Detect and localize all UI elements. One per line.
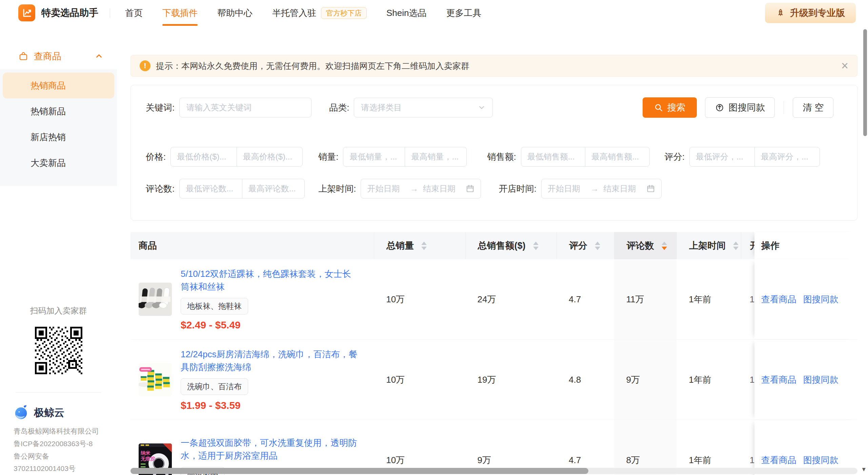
category-select[interactable]: 请选择类目	[354, 98, 493, 117]
image-search-icon	[715, 103, 724, 112]
top-navbar: 特卖选品助手 首页 下载插件 帮助中心 半托管入驻 官方秒下店 Shein选品 …	[0, 0, 868, 26]
column-header-reviews-sorted[interactable]: 评论数	[614, 232, 677, 259]
image-search-button[interactable]: 图搜同款	[705, 97, 775, 118]
search-button[interactable]: 搜索	[643, 97, 697, 118]
product-cell: 5/10/12双舒适踝袜，纯色踝袜套装，女士长筒袜和丝袜 地板袜、拖鞋袜 $2.…	[130, 259, 374, 339]
cell-total-revenue: 19万	[465, 340, 557, 420]
brand-logo-chart-icon[interactable]	[18, 4, 35, 21]
product-cell: 纳米 无痕胶 一条超强双面胶带，可水洗重复使用，透明防水，适用于厨房浴室用品 管…	[130, 420, 374, 475]
nav-item-shein[interactable]: Shein选品	[386, 0, 427, 26]
column-header-listed[interactable]: 上架时间	[677, 232, 741, 259]
chevron-down-icon	[478, 103, 486, 112]
category-placeholder: 请选择类目	[361, 102, 402, 113]
scrollbar-down-arrow[interactable]: ▼	[861, 466, 867, 473]
table-row: 5/10/12双舒适踝袜，纯色踝袜套装，女士长筒袜和丝袜 地板袜、拖鞋袜 $2.…	[130, 259, 857, 340]
product-category-tag: 洗碗巾、百洁布	[181, 378, 248, 395]
cell-listed-time: 1年前	[677, 259, 741, 339]
listed-start-date: 开始日期	[367, 183, 405, 194]
column-header-revenue-label: 总销售额($)	[478, 240, 526, 252]
horizontal-scrollbar[interactable]	[130, 468, 857, 474]
price-label: 价格:	[146, 151, 166, 163]
revenue-min-input[interactable]	[521, 147, 585, 166]
nav-item-home[interactable]: 首页	[125, 0, 143, 26]
socks-product-image	[139, 283, 172, 316]
shop-time-label: 开店时间:	[499, 183, 536, 195]
sort-icons[interactable]	[421, 242, 427, 250]
shop-date-range-picker[interactable]: 开始日期 → 结束日期	[541, 179, 662, 198]
sales-min-input[interactable]	[343, 147, 405, 166]
upgrade-pro-button[interactable]: 升级到专业版	[765, 3, 856, 23]
cell-rating: 4.7	[557, 259, 614, 339]
chart-line-icon	[21, 7, 33, 19]
cell-reviews: 9万	[614, 340, 677, 420]
sales-label: 销量:	[318, 151, 338, 163]
sort-icons-active-desc[interactable]	[662, 242, 667, 250]
sort-icons[interactable]	[533, 242, 539, 250]
sidebar-footer: 极鲸云 青岛极鲸网络科技有限公司 鲁ICP备2022008363号-8 鲁公网安…	[0, 393, 117, 475]
nav-item-help[interactable]: 帮助中心	[217, 0, 253, 26]
nav-item-semi-managed[interactable]: 半托管入驻 官方秒下店	[272, 0, 367, 26]
main-content: ! 提示：本网站永久免费使用，无需任何费用。欢迎扫描网页左下角二维码加入卖家群 …	[117, 26, 868, 475]
clear-button-label: 清 空	[803, 101, 824, 114]
view-product-link[interactable]: 查看商品	[761, 454, 796, 466]
footer-police[interactable]: 鲁公网安备37021102001403号	[14, 450, 103, 475]
sidebar-group-products[interactable]: 查商品	[0, 43, 117, 69]
product-info: 5/10/12双舒适踝袜，纯色踝袜套装，女士长筒袜和丝袜 地板袜、拖鞋袜 $2.…	[181, 268, 359, 331]
nav-item-plugin[interactable]: 下载插件	[162, 0, 198, 26]
cell-total-revenue: 24万	[465, 259, 557, 339]
listed-end-date: 结束日期	[423, 183, 461, 194]
sidebar-item-bestseller-new[interactable]: 大卖新品	[0, 150, 117, 176]
product-title-link[interactable]: 一条超强双面胶带，可水洗重复使用，透明防水，适用于厨房浴室用品	[181, 437, 359, 462]
image-search-link[interactable]: 图搜同款	[803, 374, 839, 386]
view-product-link[interactable]: 查看商品	[761, 293, 796, 305]
rating-min-input[interactable]	[690, 147, 754, 166]
product-title-link[interactable]: 12/24pcs厨房清洁海绵，洗碗巾，百洁布，餐具防刮擦擦洗海绵	[181, 348, 359, 374]
cell-hidden-clipped: 1年前	[741, 340, 754, 420]
close-icon[interactable]: ×	[841, 60, 848, 72]
sort-icons[interactable]	[595, 242, 600, 250]
listed-date-range-picker[interactable]: 开始日期 → 结束日期	[361, 179, 481, 198]
cell-rating: 4.7	[557, 420, 614, 475]
sidebar-item-hot-products[interactable]: 热销商品	[3, 73, 114, 98]
product-price: $1.99 - $3.59	[181, 400, 359, 411]
sidebar-menu: 热销商品 热销新品 新店热销 大卖新品	[0, 69, 117, 186]
column-header-rating-label: 评分	[569, 240, 587, 252]
sidebar-item-hot-new[interactable]: 热销新品	[0, 98, 117, 124]
product-image[interactable]	[139, 283, 172, 316]
price-min-input[interactable]	[171, 147, 237, 166]
nav-item-more-tools[interactable]: 更多工具	[446, 0, 482, 26]
revenue-max-input[interactable]	[585, 147, 649, 166]
product-price: $2.49 - $5.49	[181, 319, 359, 331]
cell-total-sales: 10万	[374, 340, 465, 420]
keyword-input[interactable]	[179, 98, 311, 117]
shop-start-date: 开始日期	[548, 183, 586, 194]
reviews-min-input[interactable]	[180, 179, 242, 198]
price-max-input[interactable]	[237, 147, 303, 166]
column-header-product: 商品	[130, 232, 374, 259]
shop-end-date: 结束日期	[603, 183, 642, 194]
image-search-link[interactable]: 图搜同款	[803, 293, 839, 305]
horizontal-scrollbar-thumb[interactable]	[130, 468, 588, 474]
nav-item-semi-label: 半托管入驻	[272, 7, 316, 19]
column-header-rating[interactable]: 评分	[557, 232, 614, 259]
search-icon	[654, 103, 663, 112]
footer-icp[interactable]: 鲁ICP备2022008363号-8	[14, 438, 103, 450]
image-search-link[interactable]: 图搜同款	[803, 454, 839, 466]
qr-caption: 扫码加入卖家群	[0, 305, 117, 316]
table-header: 商品 总销量 总销售额($) 评分 评论数 上架时	[130, 232, 857, 259]
column-header-revenue[interactable]: 总销售额($)	[465, 232, 557, 259]
sidebar-item-new-store-hot[interactable]: 新店热销	[0, 124, 117, 150]
reviews-max-input[interactable]	[242, 179, 305, 198]
product-image[interactable]	[139, 363, 172, 396]
bag-icon	[18, 51, 28, 61]
sales-max-input[interactable]	[405, 147, 466, 166]
sort-icons[interactable]	[733, 242, 739, 250]
view-product-link[interactable]: 查看商品	[761, 374, 796, 386]
main-nav: 首页 下载插件 帮助中心 半托管入驻 官方秒下店 Shein选品 更多工具	[125, 0, 482, 26]
clear-button[interactable]: 清 空	[793, 97, 833, 118]
rating-max-input[interactable]	[755, 147, 820, 166]
column-header-sales[interactable]: 总销量	[374, 232, 465, 259]
product-title-link[interactable]: 5/10/12双舒适踝袜，纯色踝袜套装，女士长筒袜和丝袜	[181, 268, 359, 293]
vertical-scrollbar-thumb[interactable]	[863, 29, 867, 136]
chevron-up-icon[interactable]	[95, 52, 103, 61]
